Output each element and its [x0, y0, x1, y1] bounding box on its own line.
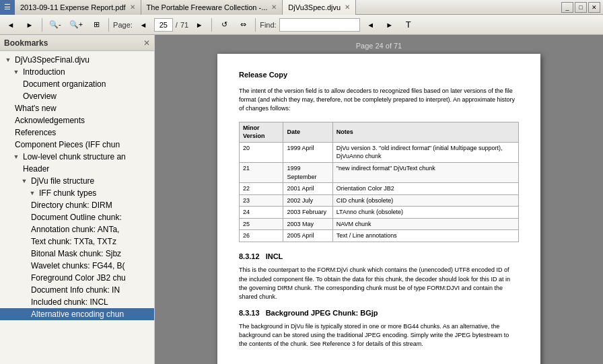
table-cell: 2003 May	[283, 218, 332, 230]
tree-label-bitmask: Bitonal Mask chunk: Sjbz	[30, 249, 121, 258]
section-8312-title: INCL	[266, 252, 283, 260]
forward-button[interactable]: ►	[22, 17, 38, 33]
zoom-in-button[interactable]: 🔍+	[67, 17, 85, 33]
maximize-button[interactable]: □	[575, 2, 587, 13]
fit-width-button[interactable]: ⇔	[235, 17, 251, 33]
tree-label-intro: Introduction	[22, 67, 65, 77]
tree-label-whatsnew: What's new	[13, 104, 57, 113]
tab-portable-freeware[interactable]: The Portable Freeware Collection -... ✕	[141, 0, 283, 15]
tree-item-header[interactable]: Header	[0, 163, 154, 175]
find-prev-button[interactable]: ◄	[363, 17, 379, 33]
next-page-button[interactable]: ►	[191, 17, 207, 33]
tree-label-refs: References	[13, 128, 56, 137]
tree-toggle-intro[interactable]	[11, 67, 22, 77]
toolbar: ◄ ► 🔍- 🔍+ ⊞ Page: ◄ / 71 ► ↺ ⇔ Find: ◄ ►…	[0, 15, 603, 35]
table-row: 242003 FebruaryLTAnno chunk (obsolete)	[240, 207, 519, 219]
tree-item-docoutline[interactable]: Document Outline chunk:	[0, 211, 154, 223]
tree-item-iffchunk[interactable]: IFF chunk types	[0, 187, 154, 199]
tab-djvu-spec[interactable]: DjVu3Spec.djvu ✕	[283, 0, 356, 15]
tree-item-altenc[interactable]: Alternative encoding chun	[0, 308, 154, 320]
back-button[interactable]: ◄	[3, 17, 19, 33]
text-select-button[interactable]: T	[400, 17, 417, 33]
table-cell: "new indirect format" DjVuText chunk	[332, 162, 518, 182]
prev-page-button[interactable]: ◄	[135, 17, 151, 33]
page-indicator: Page 24 of 71	[356, 42, 402, 50]
version-history-table: Minor Version Date Notes 201999 AprilDjV…	[239, 122, 519, 243]
minimize-button[interactable]: _	[561, 2, 573, 13]
zoom-out-button[interactable]: 🔍-	[46, 17, 64, 33]
tree-item-refs[interactable]: References	[0, 126, 154, 139]
tree-toggle-iffchunk[interactable]	[27, 188, 38, 198]
tree-toggle-root[interactable]	[3, 54, 13, 65]
sidebar-header: Bookmarks ✕	[0, 35, 154, 51]
separator	[211, 18, 212, 32]
tree-item-whatsnew[interactable]: What's new	[0, 102, 154, 114]
tab-close-icon[interactable]: ✕	[130, 3, 135, 11]
page-input[interactable]	[154, 18, 173, 32]
close-button[interactable]: ✕	[588, 2, 600, 13]
tab-expense-report[interactable]: 2013-09-11 Expense Report.pdf ✕	[15, 0, 141, 15]
find-next-button[interactable]: ►	[382, 17, 398, 33]
find-input[interactable]	[279, 18, 360, 32]
zoom-fit-button[interactable]: ⊞	[88, 17, 104, 33]
tree-label-altenc: Alternative encoding chun	[30, 310, 124, 319]
tab-close-icon[interactable]: ✕	[345, 3, 350, 11]
tree-item-ack[interactable]: Acknowledgements	[0, 114, 154, 126]
tree-item-overview[interactable]: Overview	[0, 90, 154, 102]
section-8312-number: 8.3.12	[239, 252, 260, 260]
tree-item-wavelet[interactable]: Wavelet chunks: FG44, B(	[0, 260, 154, 272]
tree-item-lowlevel[interactable]: Low-level chunk structure an	[0, 151, 154, 163]
tree-item-comppieces[interactable]: Component Pieces (IFF chun	[0, 139, 154, 151]
tree-item-fgcolor[interactable]: Foreground Color JB2 chu	[0, 272, 154, 284]
document-viewer[interactable]: Page 24 of 71 Release Copy The intent of…	[155, 35, 603, 364]
tree-label-dirchunk: Directory chunk: DIRM	[30, 201, 112, 210]
table-row: 211999 September"new indirect format" Dj…	[240, 162, 519, 182]
tree-item-annochunk[interactable]: Annotation chunk: ANTa,	[0, 223, 154, 235]
tree-label-docoutline: Document Outline chunk:	[30, 213, 122, 222]
table-cell: NAVM chunk	[332, 218, 518, 230]
table-cell: 26	[240, 230, 283, 242]
tree-item-docorg[interactable]: Document organization	[0, 78, 154, 90]
rotate-button[interactable]: ↺	[216, 17, 232, 33]
tree-label-header: Header	[22, 164, 49, 174]
tab-label: 2013-09-11 Expense Report.pdf	[20, 3, 126, 11]
titlebar: ☰ 2013-09-11 Expense Report.pdf ✕ The Po…	[0, 0, 603, 15]
section-8312-body: This is the counterpart to the FORM:DjVi…	[239, 266, 519, 301]
tree-label-wavelet: Wavelet chunks: FG44, B(	[30, 261, 125, 270]
tree-item-inclchunk[interactable]: Included chunk: INCL	[0, 296, 154, 308]
find-label: Find:	[260, 21, 276, 29]
tree-toggle-lowlevel[interactable]	[11, 151, 22, 162]
tree-item-djvufs[interactable]: DjVu file structure	[0, 175, 154, 187]
tree-label-textchunk: Text chunk: TXTa, TXTz	[30, 237, 116, 246]
tree-item-root[interactable]: DjVu3SpecFinal.djvu	[0, 54, 154, 66]
tree-label-inclchunk: Included chunk: INCL	[30, 297, 108, 307]
tree-item-intro[interactable]: Introduction	[0, 66, 154, 78]
tree-label-lowlevel: Low-level chunk structure an	[22, 152, 126, 161]
app-menu-button[interactable]: ☰	[0, 0, 15, 15]
table-cell: 2003 February	[283, 207, 332, 219]
tree-item-dirchunk[interactable]: Directory chunk: DIRM	[0, 199, 154, 211]
section-8313-number: 8.3.13	[239, 309, 260, 317]
sidebar-tree: DjVu3SpecFinal.djvuIntroductionDocument …	[0, 51, 154, 364]
page-total: 71	[180, 21, 188, 29]
sidebar-title: Bookmarks	[4, 38, 48, 48]
col-header-date: Date	[283, 122, 332, 142]
tree-label-docinfo: Document Info chunk: IN	[30, 285, 120, 295]
table-cell: 21	[240, 162, 283, 182]
sidebar: Bookmarks ✕ DjVu3SpecFinal.djvuIntroduct…	[0, 35, 155, 364]
sidebar-close-button[interactable]: ✕	[143, 38, 150, 48]
section-8313-body: The background in DjVu file is typically…	[239, 322, 519, 349]
tree-label-comppieces: Component Pieces (IFF chun	[13, 140, 120, 149]
tree-label-ack: Acknowledgements	[13, 116, 85, 125]
tree-item-docinfo[interactable]: Document Info chunk: IN	[0, 284, 154, 296]
tab-close-icon[interactable]: ✕	[271, 3, 277, 11]
tree-item-textchunk[interactable]: Text chunk: TXTa, TXTz	[0, 235, 154, 248]
separator	[255, 18, 256, 32]
col-header-notes: Notes	[332, 122, 518, 142]
tree-label-fgcolor: Foreground Color JB2 chu	[30, 273, 126, 283]
separator	[108, 18, 109, 32]
tree-item-bitmask[interactable]: Bitonal Mask chunk: Sjbz	[0, 248, 154, 260]
table-cell: LTAnno chunk (obsolete)	[332, 207, 518, 219]
table-cell: 25	[240, 218, 283, 230]
tree-toggle-djvufs[interactable]	[19, 176, 30, 186]
